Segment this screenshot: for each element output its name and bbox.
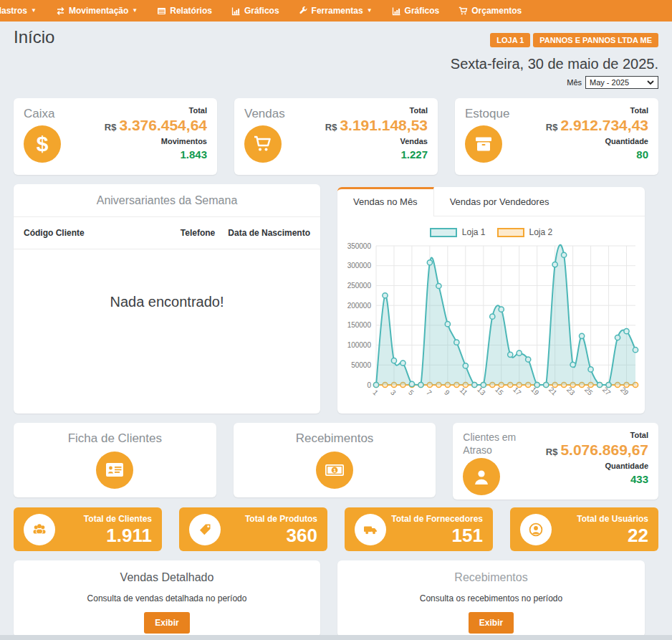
svg-text:29: 29 [619, 386, 630, 397]
svg-text:1: 1 [371, 388, 380, 397]
store-badge[interactable]: LOJA 1 [490, 33, 530, 47]
total-label: Total de Produtos [245, 514, 317, 524]
svg-text:350000: 350000 [347, 242, 372, 250]
users-group-icon [24, 514, 55, 545]
svg-text:5: 5 [407, 388, 416, 397]
count-value: 433 [546, 473, 648, 485]
chart-legend: Loja 1Loja 2 [337, 227, 645, 237]
id-card-icon [96, 452, 133, 489]
svg-text:0: 0 [367, 381, 371, 389]
wrench-icon [299, 6, 308, 16]
total-value: 22 [577, 526, 648, 545]
ficha-de-clientes-card[interactable]: Ficha de Clientes [14, 423, 216, 497]
nav-item-graficos-2[interactable]: Gráficos [392, 6, 440, 16]
nav-item-ferramentas[interactable]: Ferramentas ▼ [299, 6, 373, 16]
count-value: 1.227 [325, 148, 428, 161]
current-date: Sexta-feira, 30 de maio de 2025. [14, 56, 658, 72]
nav-item-label: Orçamentos [471, 6, 522, 16]
truck-icon [355, 514, 386, 545]
total-label: Total de Usuários [577, 514, 648, 524]
nav-item-graficos[interactable]: Gráficos [231, 6, 279, 16]
currency-symbol: R$ [105, 122, 117, 133]
panel-description: Consulta os recebimentos no período [337, 593, 645, 603]
chevron-down-icon: ▼ [367, 8, 373, 14]
count-label: Quantidade [546, 137, 648, 145]
total-produtos-card: Total de Produtos 360 [179, 507, 327, 551]
total-value: 2.912.734,43 [560, 117, 648, 133]
nav-item-label: Movimentação [69, 6, 128, 16]
total-fornecedores-card: Total de Fornecedores 151 [345, 507, 493, 551]
nav-item-relatorios[interactable]: Relatórios [157, 6, 212, 16]
tag-icon [189, 514, 221, 545]
count-label: Movimentos [105, 137, 207, 145]
svg-text:100000: 100000 [347, 341, 372, 349]
tab-vendas-por-vendedores[interactable]: Vendas por Vendedores [434, 187, 565, 216]
currency-symbol: R$ [546, 122, 558, 133]
sales-month-chart: 0500001000001500002000002500003000003500… [339, 240, 645, 415]
total-value: 1.911 [84, 526, 152, 545]
report-table-icon [157, 6, 166, 16]
svg-text:50000: 50000 [351, 361, 371, 369]
birthdays-panel: Aniversariantes da Semana Código Cliente… [14, 184, 320, 414]
user-circle-icon [520, 514, 552, 545]
svg-text:25: 25 [583, 386, 595, 397]
card-title: Ficha de Clientes [22, 431, 208, 446]
total-value: 3.376.454,64 [119, 117, 207, 133]
svg-text:23: 23 [565, 386, 577, 397]
month-select-label: Mês [567, 78, 582, 87]
banknote-icon: 1 [316, 452, 353, 489]
month-select-value: May - 2025 [590, 78, 629, 87]
card-title: Clientes em Atraso [463, 431, 527, 457]
nav-item-label: Gráficos [244, 6, 279, 16]
caixa-card: Caixa $ Total R$3.376.454,64 Movimentos … [14, 98, 217, 175]
card-title: Recebimentos [242, 431, 428, 446]
chevron-down-icon: ▼ [31, 8, 37, 14]
company-badge[interactable]: PANNOS E PANNOS LTDA ME [533, 33, 658, 47]
sales-chart-panel: Vendas no Mês Vendas por Vendedores Loja… [337, 187, 645, 414]
tab-vendas-no-mes[interactable]: Vendas no Mês [337, 187, 434, 216]
svg-text:1: 1 [333, 467, 336, 474]
total-value: 5.076.869,67 [560, 441, 648, 458]
nav-item-movimentacao[interactable]: Movimentação ▼ [56, 6, 138, 16]
bar-chart-icon [392, 6, 401, 16]
exibir-vendas-button[interactable]: Exibir [144, 612, 189, 634]
legend-label: Loja 1 [462, 227, 486, 237]
total-clientes-card: Total de Clientes 1.911 [14, 507, 162, 551]
total-value: 3.191.148,53 [340, 117, 428, 133]
nav-item-orcamentos[interactable]: Orçamentos [459, 6, 522, 16]
shopping-cart-icon [459, 6, 468, 16]
svg-text:300000: 300000 [347, 262, 372, 269]
svg-text:15: 15 [494, 386, 505, 397]
legend-item-loja-2[interactable]: Loja 2 [497, 227, 553, 237]
bar-chart-icon [231, 6, 241, 16]
currency-symbol: R$ [325, 122, 337, 133]
svg-text:3: 3 [389, 388, 398, 397]
nav-item-label: Relatórios [170, 6, 212, 16]
legend-swatch [497, 228, 524, 237]
month-select[interactable]: May - 2025 [585, 76, 658, 89]
count-value: 1.843 [105, 148, 207, 161]
legend-item-loja-1[interactable]: Loja 1 [430, 227, 486, 237]
recebimentos-card[interactable]: Recebimentos 1 [234, 423, 436, 497]
exibir-recebimentos-button[interactable]: Exibir [469, 612, 514, 634]
count-value: 80 [546, 148, 648, 161]
panel-title: Recebimentos [337, 560, 645, 584]
svg-text:13: 13 [476, 386, 487, 397]
svg-text:7: 7 [425, 388, 433, 397]
dollar-icon: $ [24, 125, 61, 163]
panel-title: Vendas Detalhado [14, 560, 320, 584]
svg-text:19: 19 [529, 386, 541, 397]
count-label: Quantidade [546, 462, 648, 470]
chevron-down-icon [647, 78, 654, 87]
total-label: Total [325, 106, 428, 115]
total-value: 151 [391, 526, 483, 545]
svg-text:150000: 150000 [347, 321, 372, 329]
column-header-telefone: Telefone [181, 228, 215, 238]
nav-item-cadastros[interactable]: adastros ▼ [0, 6, 37, 16]
total-label: Total [105, 106, 207, 115]
column-header-codigo-cliente: Código Cliente [24, 228, 181, 238]
total-usuarios-card: Total de Usuários 22 [510, 507, 658, 551]
nav-item-label: Gráficos [405, 6, 440, 16]
person-icon [463, 458, 500, 495]
total-label: Total de Clientes [84, 514, 152, 524]
